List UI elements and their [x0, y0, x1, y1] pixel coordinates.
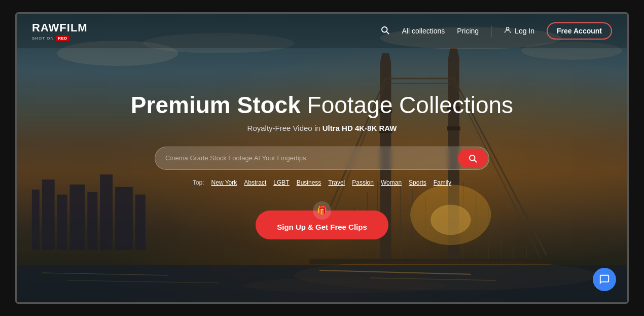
app-frame: RAWFILM SHOT ON RED All collections Pric…	[15, 12, 629, 304]
tag-business[interactable]: Business	[297, 179, 321, 186]
hero-content: Premium Stock Footage Collections Royalt…	[17, 14, 627, 302]
tag-abstract[interactable]: Abstract	[244, 179, 266, 186]
gift-icon-wrap: 🎁	[313, 201, 331, 220]
search-bar	[155, 147, 489, 170]
hero-title-bold: Premium Stock	[131, 92, 301, 118]
cta-area: 🎁 Sign Up & Get Free Clips	[256, 201, 388, 239]
gift-icon: 🎁	[317, 205, 327, 215]
tag-lgbt[interactable]: LGBT	[273, 179, 289, 186]
tag-sports[interactable]: Sports	[409, 179, 426, 186]
tag-new-york[interactable]: New York	[211, 179, 237, 186]
top-tags: Top: New York Abstract LGBT Business Tra…	[193, 179, 451, 186]
hero-subtitle: Royalty-Free Video in Ultra HD 4K-8K RAW	[247, 124, 397, 132]
search-input[interactable]	[155, 148, 456, 168]
hero-title: Premium Stock Footage Collections	[131, 92, 513, 119]
hero-subtitle-prefix: Royalty-Free Video in	[247, 124, 323, 132]
chat-icon	[599, 274, 610, 285]
tag-woman[interactable]: Woman	[381, 179, 402, 186]
hero-title-regular: Footage Collections	[301, 92, 513, 118]
svg-line-51	[474, 160, 476, 162]
search-button[interactable]	[458, 149, 487, 168]
top-label: Top:	[193, 179, 204, 186]
tag-passion[interactable]: Passion	[352, 179, 374, 186]
search-submit-icon	[468, 154, 477, 163]
tag-travel[interactable]: Travel	[328, 179, 345, 186]
hero-subtitle-bold: Ultra HD 4K-8K RAW	[323, 124, 397, 132]
tag-family[interactable]: Family	[434, 179, 451, 186]
chat-bubble-button[interactable]	[593, 268, 616, 291]
